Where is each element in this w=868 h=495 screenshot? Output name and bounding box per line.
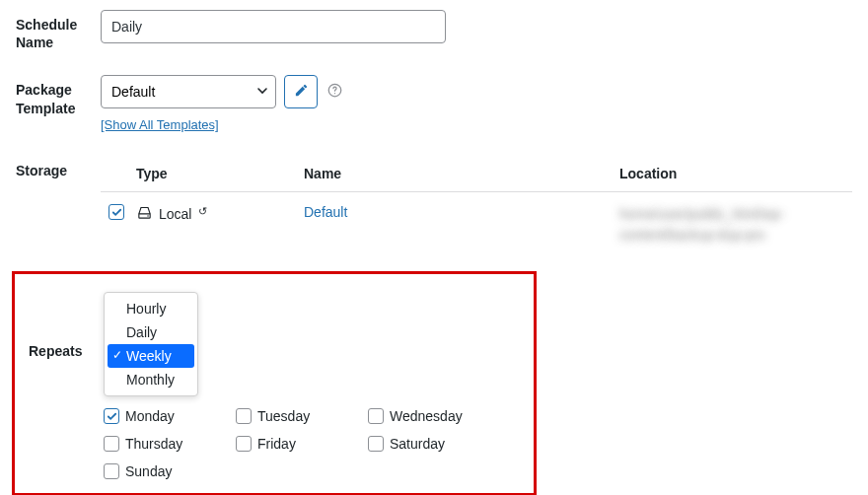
svg-point-1 (147, 216, 148, 217)
schedule-name-input[interactable] (101, 10, 446, 43)
day-sunday[interactable]: Sunday (104, 463, 204, 479)
day-friday[interactable]: Friday (236, 436, 336, 452)
edit-icon (294, 83, 309, 101)
storage-location-value: home/user/public_html/wp-content/backup-… (619, 206, 784, 243)
day-label: Monday (125, 408, 175, 424)
checkbox-thursday[interactable] (104, 436, 119, 452)
storage-header-name: Name (304, 156, 619, 192)
repeats-option-daily[interactable]: Daily (105, 320, 197, 344)
storage-header-type: Type (136, 156, 304, 192)
checkbox-saturday[interactable] (368, 436, 384, 452)
show-all-templates-link[interactable]: [Show All Templates] (101, 117, 219, 132)
hdd-icon (136, 204, 153, 224)
refresh-icon: ↺ (198, 205, 207, 218)
day-label: Friday (257, 436, 296, 452)
repeats-highlight: Repeats Hourly Daily Weekly Monthly Mond… (12, 271, 537, 495)
checkbox-tuesday[interactable] (236, 408, 252, 424)
schedule-name-label: Schedule Name (16, 10, 101, 51)
repeats-label: Repeats (29, 292, 104, 359)
day-monday[interactable]: Monday (104, 408, 204, 424)
repeats-option-weekly[interactable]: Weekly (108, 344, 194, 368)
day-tuesday[interactable]: Tuesday (236, 408, 336, 424)
help-icon[interactable] (327, 83, 342, 101)
checkbox-sunday[interactable] (104, 463, 119, 479)
day-label: Wednesday (390, 408, 463, 424)
day-label: Thursday (125, 436, 182, 452)
storage-header-location: Location (619, 156, 852, 192)
days-grid: Monday Tuesday Wednesday Thursday Friday (104, 408, 520, 479)
day-label: Saturday (390, 436, 445, 452)
storage-type-value: Local (159, 206, 191, 222)
storage-name-link[interactable]: Default (304, 204, 347, 220)
edit-template-button[interactable] (284, 75, 318, 108)
storage-label: Storage (16, 156, 101, 179)
checkbox-friday[interactable] (236, 436, 252, 452)
storage-row: Local↺ Default home/user/public_html/wp-… (101, 192, 852, 254)
checkbox-monday[interactable] (104, 408, 119, 424)
storage-row-checkbox[interactable] (108, 204, 124, 220)
day-saturday[interactable]: Saturday (368, 436, 469, 452)
day-label: Tuesday (257, 408, 310, 424)
repeats-option-monthly[interactable]: Monthly (105, 368, 197, 391)
repeats-dropdown[interactable]: Hourly Daily Weekly Monthly (104, 292, 198, 396)
day-thursday[interactable]: Thursday (104, 436, 204, 452)
repeats-option-hourly[interactable]: Hourly (105, 297, 197, 320)
checkbox-wednesday[interactable] (368, 408, 384, 424)
day-label: Sunday (125, 463, 172, 479)
package-template-label: Package Template (16, 75, 101, 116)
day-wednesday[interactable]: Wednesday (368, 408, 469, 424)
package-template-select[interactable]: Default (101, 75, 276, 108)
